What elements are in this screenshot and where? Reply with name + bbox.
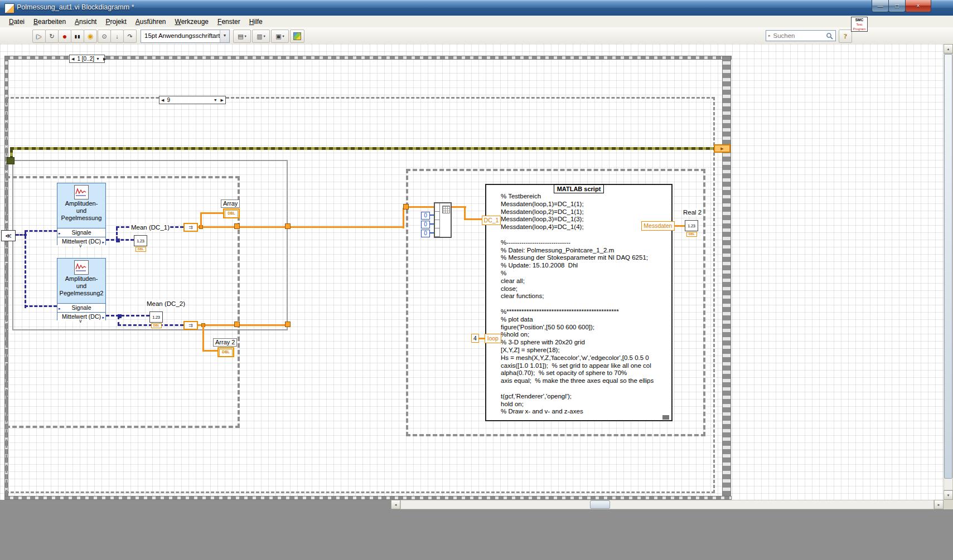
next-frame-icon[interactable]: ▶ (101, 57, 108, 61)
indicator-value: 1.23 (137, 238, 144, 244)
dbl-type-tag: DBL (151, 323, 162, 328)
hscroll-track[interactable] (400, 500, 934, 509)
dbl-type-tag: DBL (136, 247, 146, 252)
titlebar[interactable]: Polmessung_aut1.vi Blockdiagramm * — □ × (0, 0, 953, 16)
dropdown-arrow-icon: ▾ (245, 34, 246, 38)
step-over-button[interactable]: ↷ (123, 30, 137, 43)
convert-dynamic-data-node[interactable]: ⇉ (183, 321, 198, 330)
next-case-icon[interactable]: ▶ (219, 98, 225, 103)
abort-button[interactable]: ● (58, 30, 71, 43)
array-dbl-indicator[interactable]: DBL (223, 208, 240, 218)
matlab-input-terminal-dc1[interactable]: DC_1 (482, 216, 501, 225)
minimize-button[interactable]: — (872, 0, 889, 12)
code-line: % plot data (501, 316, 669, 324)
search-icon (826, 32, 833, 40)
frame-dropdown-icon[interactable]: ▼ (94, 57, 101, 61)
mean-dc2-indicator[interactable]: 1.23 (149, 311, 163, 323)
code-line: Hs = mesh(X,Y,Z,'facecolor','w','edgecol… (501, 354, 669, 362)
menu-fenster[interactable]: Fenster (213, 17, 245, 27)
resize-objects-icon: ▣ (275, 33, 281, 40)
case-dropdown-icon[interactable]: ▼ (212, 98, 219, 102)
menu-bearbeiten[interactable]: Bearbeiten (29, 17, 70, 27)
menu-datei[interactable]: Datei (4, 17, 29, 27)
case-label: 9 (166, 97, 211, 103)
highlight-execution-button[interactable]: ◉ (84, 30, 97, 43)
font-selector-dropdown-icon[interactable]: ▾ (220, 30, 229, 42)
menu-werkzeuge[interactable]: Werkzeuge (171, 17, 213, 27)
dropdown-arrow-icon: ▾ (283, 34, 284, 38)
hscroll-thumb[interactable] (590, 500, 610, 509)
menubar: Datei Bearbeiten Ansicht Projekt Ausführ… (0, 16, 953, 28)
help-button[interactable]: ? (839, 30, 852, 43)
vscroll-thumb[interactable] (944, 54, 952, 479)
vscroll-up-button[interactable]: ▲ (944, 44, 953, 53)
clean-up-diagram-button[interactable] (290, 30, 304, 43)
run-button[interactable]: ▶ (32, 30, 46, 43)
numeric-constant-zero[interactable]: 0 (421, 230, 430, 237)
code-line: % Update: 15.10.2008 Dhl (501, 262, 669, 270)
menu-ansicht[interactable]: Ansicht (70, 17, 101, 27)
convert-icon: ⇉ (188, 323, 193, 328)
express-vi-input-signale[interactable]: ▸ Signale (57, 303, 105, 313)
express-vi-amplituden-pegelmessung[interactable]: Amplituden- und Pegelmessung ▸ Signale M… (57, 183, 106, 245)
express-vi-amplituden-pegelmessung2[interactable]: Amplituden- und Pegelmessung2 ▸ Signale … (57, 258, 106, 320)
font-selector[interactable]: 15pt Anwendungsschriftart ▾ (141, 30, 230, 43)
code-line: %hold on; (501, 331, 669, 339)
sequence-frame-selector[interactable]: ◀ 1 [0..2] ▼ ▶ (69, 55, 105, 63)
run-continuous-button[interactable]: ↻ (45, 30, 59, 43)
error-terminal[interactable] (7, 157, 14, 164)
retain-wire-values-icon: ⊙ (101, 33, 107, 40)
search-input[interactable] (772, 32, 824, 40)
block-diagram[interactable]: ◀ 1 [0..2] ▼ ▶ ◀ 9 ▼ ▶ ▶ ≪ Amplitu (0, 44, 944, 500)
case-selector[interactable]: ◀ 9 ▼ ▶ (159, 96, 226, 104)
menu-ausfuehren[interactable]: Ausführen (131, 17, 171, 27)
express-vi-input-signale[interactable]: ▸ Signale (57, 228, 105, 237)
retain-wire-values-button[interactable]: ⊙ (98, 30, 111, 43)
code-line: Messdaten(loop,2)=DC_1(1); (501, 208, 669, 216)
loop-constant[interactable]: 4 (471, 334, 479, 343)
mean-dc2-label: Mean (DC_2) (146, 300, 186, 308)
wire-segment (118, 324, 183, 326)
previous-case-icon[interactable]: ◀ (159, 98, 166, 103)
search-scope-arrow-icon[interactable]: ▸ (768, 33, 771, 38)
font-selector-value: 15pt Anwendungsschriftart (141, 30, 220, 42)
shift-register-tunnel[interactable]: ▶ (714, 144, 731, 153)
menu-hilfe[interactable]: Hilfe (245, 17, 267, 27)
numeric-constant-zero[interactable]: 0 (421, 212, 430, 220)
signal-source-terminal[interactable]: ≪ (1, 230, 16, 241)
code-line: % Testbereich (501, 193, 669, 201)
script-scrollbar[interactable] (662, 415, 669, 420)
expand-chevron-icon[interactable]: ∨ (78, 319, 83, 323)
vi-icon-smc[interactable]: SMC Test Program (851, 17, 868, 32)
menu-projekt[interactable]: Projekt (101, 17, 130, 27)
hscroll-right-button[interactable]: ► (934, 500, 944, 509)
align-objects-dropdown[interactable]: ▤▾ (233, 30, 251, 43)
convert-dynamic-data-node[interactable]: ⇉ (183, 223, 198, 232)
expand-chevron-icon[interactable]: ∨ (78, 244, 83, 248)
step-into-button[interactable]: ↓ (110, 30, 124, 43)
wire-segment (675, 225, 685, 227)
matlab-output-terminal-messdaten[interactable]: Messdaten (641, 221, 675, 231)
distribute-objects-dropdown[interactable]: ▥▾ (252, 30, 270, 43)
build-array-node[interactable] (434, 202, 452, 238)
maximize-button[interactable]: □ (888, 0, 906, 12)
numeric-constant-zero[interactable]: 0 (421, 221, 430, 228)
real2-indicator[interactable]: 1.23 (685, 220, 698, 231)
close-button[interactable]: × (905, 0, 931, 12)
mean-dc1-indicator[interactable]: 1.23 (134, 235, 147, 246)
pause-button[interactable]: ▮▮ (71, 30, 84, 43)
hscroll-left-button[interactable]: ◄ (391, 500, 400, 509)
code-line: clear functions; (501, 293, 669, 300)
vscroll-down-button[interactable]: ▼ (944, 490, 953, 500)
matlab-loop-terminal[interactable]: loop (485, 334, 501, 343)
resize-objects-dropdown[interactable]: ▣▾ (271, 30, 289, 43)
labview-vi-icon[interactable] (4, 3, 14, 13)
code-line: alpha(0.70); % set opacity of sphere to … (501, 369, 669, 377)
row-label: Signale (71, 229, 91, 236)
search-box[interactable]: ▸ (766, 30, 836, 41)
array2-dbl-indicator[interactable]: DBL (217, 347, 234, 357)
row-label: Signale (71, 304, 91, 311)
previous-frame-icon[interactable]: ◀ (70, 57, 76, 61)
express-vi-name-line: Pegelmessung (57, 215, 105, 222)
wire-segment (202, 327, 204, 351)
